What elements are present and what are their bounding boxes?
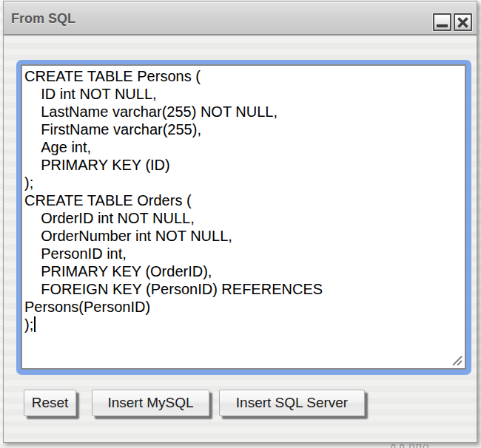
minimize-button[interactable] bbox=[433, 13, 451, 31]
page-background: 0 0 {}[]() From SQL CREATE TABLE Persons… bbox=[0, 0, 481, 448]
background-partial-text: 0 0 {}[]() bbox=[391, 444, 472, 448]
text-caret bbox=[34, 316, 36, 332]
dialog-title: From SQL bbox=[11, 11, 75, 27]
minimize-icon bbox=[437, 24, 448, 27]
close-button[interactable] bbox=[454, 13, 472, 31]
resize-handle-icon[interactable] bbox=[451, 354, 463, 367]
sql-textarea[interactable]: CREATE TABLE Persons ( ID int NOT NULL, … bbox=[21, 64, 466, 370]
from-sql-dialog: From SQL CREATE TABLE Persons ( ID int N… bbox=[3, 1, 477, 443]
sql-text: CREATE TABLE Persons ( ID int NOT NULL, … bbox=[22, 66, 465, 335]
close-icon bbox=[457, 16, 469, 29]
dialog-titlebar[interactable]: From SQL bbox=[4, 1, 477, 35]
background-partial-text-label: 0 0 {}[]() bbox=[391, 444, 472, 448]
reset-button[interactable]: Reset bbox=[24, 390, 76, 416]
insert-mysql-button[interactable]: Insert MySQL bbox=[92, 390, 209, 416]
sql-editor-focus-ring: CREATE TABLE Persons ( ID int NOT NULL, … bbox=[16, 60, 471, 375]
insert-sql-server-button[interactable]: Insert SQL Server bbox=[219, 390, 365, 416]
